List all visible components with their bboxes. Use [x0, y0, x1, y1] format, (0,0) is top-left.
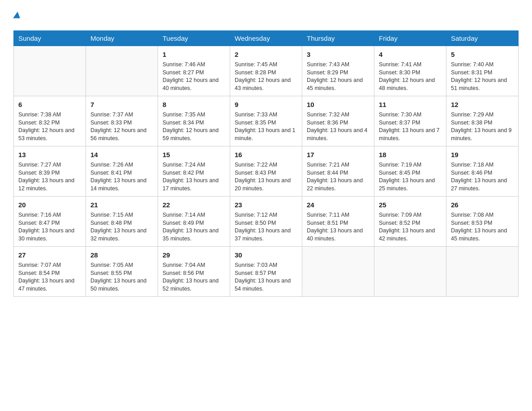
- day-number: 29: [163, 250, 225, 260]
- week-row-1: 1Sunrise: 7:46 AMSunset: 8:27 PMDaylight…: [14, 46, 519, 96]
- calendar-cell: 5Sunrise: 7:40 AMSunset: 8:31 PMDaylight…: [446, 46, 519, 96]
- weekday-header-sunday: Sunday: [14, 31, 86, 46]
- day-number: 18: [379, 150, 442, 159]
- calendar-cell: 2Sunrise: 7:45 AMSunset: 8:28 PMDaylight…: [230, 46, 302, 96]
- day-info: Sunrise: 7:24 AMSunset: 8:42 PMDaylight:…: [163, 161, 225, 193]
- day-info: Sunrise: 7:11 AMSunset: 8:51 PMDaylight:…: [307, 211, 369, 243]
- day-info: Sunrise: 7:29 AMSunset: 8:38 PMDaylight:…: [451, 111, 514, 142]
- day-info: Sunrise: 7:07 AMSunset: 8:54 PMDaylight:…: [18, 261, 81, 293]
- day-info: Sunrise: 7:22 AMSunset: 8:43 PMDaylight:…: [235, 161, 297, 193]
- calendar-cell: 17Sunrise: 7:21 AMSunset: 8:44 PMDayligh…: [302, 146, 374, 197]
- day-info: Sunrise: 7:21 AMSunset: 8:44 PMDaylight:…: [307, 161, 369, 193]
- day-number: 17: [307, 150, 369, 159]
- day-info: Sunrise: 7:40 AMSunset: 8:31 PMDaylight:…: [451, 61, 514, 92]
- calendar-cell: 25Sunrise: 7:09 AMSunset: 8:52 PMDayligh…: [374, 197, 446, 247]
- day-number: 25: [379, 200, 442, 210]
- logo: [13, 9, 21, 22]
- day-number: 11: [379, 100, 442, 109]
- day-number: 10: [307, 100, 369, 109]
- calendar-cell: 29Sunrise: 7:04 AMSunset: 8:56 PMDayligh…: [158, 247, 230, 297]
- day-number: 9: [235, 100, 297, 109]
- day-info: Sunrise: 7:16 AMSunset: 8:47 PMDaylight:…: [18, 211, 81, 243]
- calendar-cell: 15Sunrise: 7:24 AMSunset: 8:42 PMDayligh…: [158, 146, 230, 197]
- logo-arrow-icon: [13, 12, 22, 21]
- day-number: 23: [235, 200, 297, 210]
- calendar-cell: 21Sunrise: 7:15 AMSunset: 8:48 PMDayligh…: [86, 197, 158, 247]
- calendar-cell: 14Sunrise: 7:26 AMSunset: 8:41 PMDayligh…: [86, 146, 158, 197]
- calendar-cell: 9Sunrise: 7:33 AMSunset: 8:35 PMDaylight…: [230, 96, 302, 146]
- day-number: 7: [90, 100, 153, 109]
- day-number: 20: [18, 200, 81, 210]
- day-number: 2: [235, 50, 297, 59]
- calendar-cell: 19Sunrise: 7:18 AMSunset: 8:46 PMDayligh…: [446, 146, 519, 197]
- day-info: Sunrise: 7:33 AMSunset: 8:35 PMDaylight:…: [235, 111, 297, 142]
- day-number: 14: [90, 150, 153, 159]
- calendar-cell: 6Sunrise: 7:38 AMSunset: 8:32 PMDaylight…: [14, 96, 86, 146]
- day-number: 16: [235, 150, 297, 159]
- day-number: 24: [307, 200, 369, 210]
- day-number: 12: [451, 100, 514, 109]
- weekday-header-wednesday: Wednesday: [230, 31, 302, 46]
- calendar-cell: 7Sunrise: 7:37 AMSunset: 8:33 PMDaylight…: [86, 96, 158, 146]
- calendar-cell: 4Sunrise: 7:41 AMSunset: 8:30 PMDaylight…: [374, 46, 446, 96]
- day-info: Sunrise: 7:43 AMSunset: 8:29 PMDaylight:…: [307, 61, 369, 92]
- day-info: Sunrise: 7:04 AMSunset: 8:56 PMDaylight:…: [163, 261, 225, 293]
- day-info: Sunrise: 7:14 AMSunset: 8:49 PMDaylight:…: [163, 211, 225, 243]
- calendar-cell: 18Sunrise: 7:19 AMSunset: 8:45 PMDayligh…: [374, 146, 446, 197]
- week-row-2: 6Sunrise: 7:38 AMSunset: 8:32 PMDaylight…: [14, 96, 519, 146]
- day-number: 15: [163, 150, 225, 159]
- calendar-cell: 27Sunrise: 7:07 AMSunset: 8:54 PMDayligh…: [14, 247, 86, 297]
- day-number: 19: [451, 150, 514, 159]
- week-row-4: 20Sunrise: 7:16 AMSunset: 8:47 PMDayligh…: [14, 197, 519, 247]
- day-number: 26: [451, 200, 514, 210]
- day-info: Sunrise: 7:35 AMSunset: 8:34 PMDaylight:…: [163, 111, 225, 142]
- day-number: 22: [163, 200, 225, 210]
- week-row-5: 27Sunrise: 7:07 AMSunset: 8:54 PMDayligh…: [14, 247, 519, 297]
- calendar-cell: 16Sunrise: 7:22 AMSunset: 8:43 PMDayligh…: [230, 146, 302, 197]
- calendar-cell: [86, 46, 158, 96]
- week-row-3: 13Sunrise: 7:27 AMSunset: 8:39 PMDayligh…: [14, 146, 519, 197]
- weekday-header-tuesday: Tuesday: [158, 31, 230, 46]
- day-number: 21: [90, 200, 153, 210]
- calendar-cell: 10Sunrise: 7:32 AMSunset: 8:36 PMDayligh…: [302, 96, 374, 146]
- day-number: 6: [18, 100, 81, 109]
- calendar-cell: 30Sunrise: 7:03 AMSunset: 8:57 PMDayligh…: [230, 247, 302, 297]
- day-number: 5: [451, 50, 514, 59]
- day-info: Sunrise: 7:27 AMSunset: 8:39 PMDaylight:…: [18, 161, 81, 193]
- day-number: 1: [163, 50, 225, 59]
- page-header: [13, 9, 519, 22]
- weekday-header-monday: Monday: [86, 31, 158, 46]
- day-number: 4: [379, 50, 442, 59]
- day-number: 8: [163, 100, 225, 109]
- day-number: 27: [18, 250, 81, 260]
- calendar-cell: [446, 247, 519, 297]
- weekday-header-thursday: Thursday: [302, 31, 374, 46]
- calendar-table: SundayMondayTuesdayWednesdayThursdayFrid…: [13, 30, 519, 297]
- day-info: Sunrise: 7:26 AMSunset: 8:41 PMDaylight:…: [90, 161, 153, 193]
- day-info: Sunrise: 7:46 AMSunset: 8:27 PMDaylight:…: [163, 61, 225, 92]
- calendar-cell: 20Sunrise: 7:16 AMSunset: 8:47 PMDayligh…: [14, 197, 86, 247]
- weekday-header-row: SundayMondayTuesdayWednesdayThursdayFrid…: [14, 31, 519, 46]
- day-number: 3: [307, 50, 369, 59]
- day-info: Sunrise: 7:03 AMSunset: 8:57 PMDaylight:…: [235, 261, 297, 293]
- day-info: Sunrise: 7:32 AMSunset: 8:36 PMDaylight:…: [307, 111, 369, 142]
- day-number: 13: [18, 150, 81, 159]
- day-info: Sunrise: 7:30 AMSunset: 8:37 PMDaylight:…: [379, 111, 442, 142]
- calendar-cell: 8Sunrise: 7:35 AMSunset: 8:34 PMDaylight…: [158, 96, 230, 146]
- calendar-cell: 26Sunrise: 7:08 AMSunset: 8:53 PMDayligh…: [446, 197, 519, 247]
- calendar-cell: [302, 247, 374, 297]
- day-info: Sunrise: 7:05 AMSunset: 8:55 PMDaylight:…: [90, 261, 153, 293]
- weekday-header-friday: Friday: [374, 31, 446, 46]
- day-info: Sunrise: 7:38 AMSunset: 8:32 PMDaylight:…: [18, 111, 81, 142]
- day-info: Sunrise: 7:09 AMSunset: 8:52 PMDaylight:…: [379, 211, 442, 243]
- calendar-cell: 12Sunrise: 7:29 AMSunset: 8:38 PMDayligh…: [446, 96, 519, 146]
- calendar-cell: 11Sunrise: 7:30 AMSunset: 8:37 PMDayligh…: [374, 96, 446, 146]
- day-info: Sunrise: 7:18 AMSunset: 8:46 PMDaylight:…: [451, 161, 514, 193]
- day-number: 30: [235, 250, 297, 260]
- day-info: Sunrise: 7:37 AMSunset: 8:33 PMDaylight:…: [90, 111, 153, 142]
- calendar-cell: 3Sunrise: 7:43 AMSunset: 8:29 PMDaylight…: [302, 46, 374, 96]
- weekday-header-saturday: Saturday: [446, 31, 519, 46]
- day-info: Sunrise: 7:19 AMSunset: 8:45 PMDaylight:…: [379, 161, 442, 193]
- calendar-cell: 22Sunrise: 7:14 AMSunset: 8:49 PMDayligh…: [158, 197, 230, 247]
- day-info: Sunrise: 7:12 AMSunset: 8:50 PMDaylight:…: [235, 211, 297, 243]
